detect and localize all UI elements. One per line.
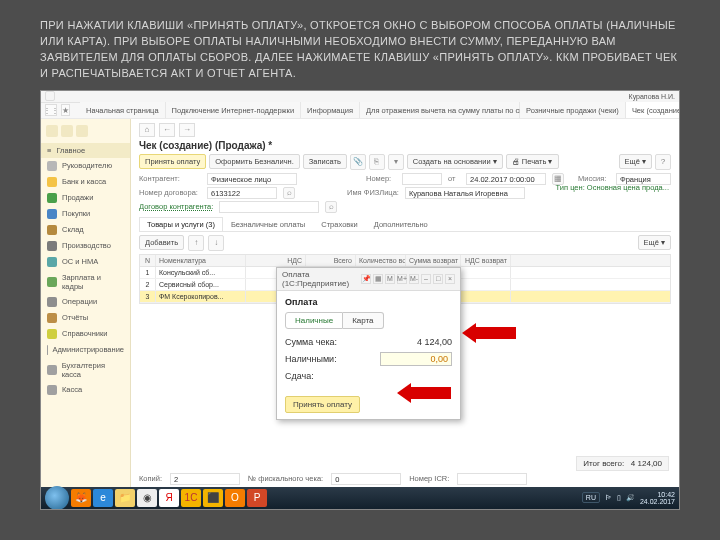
windows-taskbar: 🦊 e 📁 ◉ Я 1C ⬛ O P RU 🏳 ▯ 🔊 10:42 24.02.… bbox=[41, 487, 679, 509]
tab-card[interactable]: Карта bbox=[343, 312, 383, 329]
more-button[interactable]: Ещё ▾ bbox=[619, 154, 652, 169]
sidebar-item[interactable]: Покупки bbox=[41, 206, 130, 222]
sidebar-head-icons bbox=[41, 123, 130, 143]
fwd-icon[interactable]: → bbox=[179, 123, 195, 137]
dogovor-field[interactable] bbox=[219, 201, 319, 213]
yandex-icon[interactable]: Я bbox=[159, 489, 179, 507]
subtab-goods[interactable]: Товары и услуги (3) bbox=[139, 217, 223, 231]
chrome-icon[interactable]: ◉ bbox=[137, 489, 157, 507]
create-based-button[interactable]: Создать на основании ▾ bbox=[407, 154, 503, 169]
date-field[interactable]: 24.02.2017 0:00:00 bbox=[466, 173, 546, 185]
powerpoint-icon[interactable]: P bbox=[247, 489, 267, 507]
modal-accept-button[interactable]: Принять оплату bbox=[285, 396, 360, 413]
tab-fns[interactable]: Для отражения вычета на сумму платы по с… bbox=[360, 102, 520, 118]
firefox-icon[interactable]: 🦊 bbox=[71, 489, 91, 507]
sidebar-item[interactable]: Операции bbox=[41, 294, 130, 310]
contract-search-icon[interactable]: ⌕ bbox=[283, 187, 295, 199]
tab-chek[interactable]: Чек (создание) (Продажа) * bbox=[626, 102, 680, 118]
modal-body: Оплата Наличные Карта Сумма чека: 4 124,… bbox=[277, 291, 460, 419]
outlook-icon[interactable]: O bbox=[225, 489, 245, 507]
contragent-field[interactable]: Физическое лицо bbox=[207, 173, 297, 185]
contract-label: Номер договора: bbox=[139, 188, 201, 197]
app2-icon[interactable]: ⬛ bbox=[203, 489, 223, 507]
add-row-button[interactable]: Добавить bbox=[139, 235, 184, 250]
apps-icon[interactable]: ⋮⋮ bbox=[45, 104, 57, 116]
sidebar-item-label: Руководителю bbox=[62, 161, 112, 170]
sidebar-item[interactable]: Администрирование bbox=[41, 342, 130, 358]
tab-cash[interactable]: Наличные bbox=[285, 312, 343, 329]
tray-flag-icon[interactable]: 🏳 bbox=[605, 494, 612, 501]
nav-buttons: ⌂ ← → bbox=[139, 123, 671, 137]
contract-field[interactable]: 6133122 bbox=[207, 187, 277, 199]
subtab-noncash[interactable]: Безналичные оплаты bbox=[223, 217, 313, 231]
annotation-arrow-1 bbox=[476, 327, 516, 339]
sidebar-item[interactable]: Склад bbox=[41, 222, 130, 238]
subtab-insurance[interactable]: Страховки bbox=[313, 217, 366, 231]
subtab-extra[interactable]: Дополнительно bbox=[366, 217, 436, 231]
sidebar-item[interactable]: Касса bbox=[41, 382, 130, 398]
modal-min-icon[interactable]: – bbox=[421, 274, 431, 284]
cash-label: Наличными: bbox=[285, 354, 337, 364]
sidebar-item[interactable]: Зарплата и кадры bbox=[41, 270, 130, 294]
clock-date: 24.02.2017 bbox=[640, 498, 675, 505]
down-icon[interactable]: ↓ bbox=[208, 235, 224, 251]
sidebar-head-text: Главное bbox=[56, 146, 85, 155]
tray-sound-icon[interactable]: 🔊 bbox=[626, 494, 635, 502]
tab-home[interactable]: Начальная страница bbox=[80, 102, 166, 118]
write-button[interactable]: Записать bbox=[303, 154, 347, 169]
dropdown-icon[interactable]: ▾ bbox=[388, 154, 404, 170]
tab-info[interactable]: Информация bbox=[301, 102, 360, 118]
user-label: Курапова Н.И. bbox=[629, 93, 675, 100]
modal-window-controls: 📌 ▦ M M+ M- – □ × bbox=[361, 274, 455, 284]
fisc-field[interactable]: 0 bbox=[331, 473, 401, 485]
modal-max-icon[interactable]: □ bbox=[433, 274, 443, 284]
copy-icon[interactable]: ⎘ bbox=[369, 154, 385, 170]
start-button[interactable] bbox=[45, 486, 69, 510]
modal-pin-icon[interactable]: 📌 bbox=[361, 274, 371, 284]
print-button[interactable]: 🖨 Печать ▾ bbox=[506, 154, 559, 169]
ie-icon[interactable]: e bbox=[93, 489, 113, 507]
cash-input[interactable] bbox=[380, 352, 452, 366]
sidebar-item[interactable]: Руководителю bbox=[41, 158, 130, 174]
sidebar-item[interactable]: Банк и касса bbox=[41, 174, 130, 190]
tab-retail[interactable]: Розничные продажи (чеки) bbox=[520, 102, 626, 118]
explorer-icon[interactable]: 📁 bbox=[115, 489, 135, 507]
icr-field[interactable] bbox=[457, 473, 527, 485]
copies-field[interactable]: 2 bbox=[170, 473, 240, 485]
home-icon[interactable]: ⌂ bbox=[139, 123, 155, 137]
up-icon[interactable]: ↑ bbox=[188, 235, 204, 251]
modal-m-icon[interactable]: M bbox=[385, 274, 395, 284]
number-label: Номер: bbox=[366, 174, 396, 183]
dogovor-label[interactable]: Договор контрагента: bbox=[139, 202, 213, 211]
modal-mplus-icon[interactable]: M+ bbox=[397, 274, 407, 284]
copies-label: Копий: bbox=[139, 474, 162, 483]
sidebar-item[interactable]: Продажи bbox=[41, 190, 130, 206]
modal-mminus-icon[interactable]: M- bbox=[409, 274, 419, 284]
sidebar-item[interactable]: Отчёты bbox=[41, 310, 130, 326]
sidebar-item[interactable]: Бухгалтерия касса bbox=[41, 358, 130, 382]
modal-tools-icon[interactable]: ▦ bbox=[373, 274, 383, 284]
price-type-link[interactable]: Тип цен: Основная цена прода... bbox=[556, 183, 669, 192]
clock[interactable]: 10:42 24.02.2017 bbox=[640, 491, 675, 505]
grid-toolbar: Добавить ↑ ↓ Ещё ▾ bbox=[139, 235, 671, 251]
noncash-button[interactable]: Оформить Безналичн. bbox=[209, 154, 300, 169]
sidebar-item[interactable]: ОС и НМА bbox=[41, 254, 130, 270]
sidebar-head-label[interactable]: ≡ Главное bbox=[41, 143, 130, 158]
1c-icon[interactable]: 1C bbox=[181, 489, 201, 507]
grid-more-button[interactable]: Ещё ▾ bbox=[638, 235, 671, 250]
sidebar-item[interactable]: Производство bbox=[41, 238, 130, 254]
lang-indicator[interactable]: RU bbox=[582, 492, 600, 503]
sidebar-item[interactable]: Справочники bbox=[41, 326, 130, 342]
help-icon[interactable]: ? bbox=[655, 154, 671, 170]
accept-payment-button[interactable]: Принять оплату bbox=[139, 154, 206, 169]
tray-net-icon[interactable]: ▯ bbox=[617, 494, 621, 502]
attach-icon[interactable]: 📎 bbox=[350, 154, 366, 170]
tab-support[interactable]: Подключение Интернет-поддержки bbox=[166, 102, 302, 118]
modal-close-icon[interactable]: × bbox=[445, 274, 455, 284]
dogovor-search-icon[interactable]: ⌕ bbox=[325, 201, 337, 213]
number-field[interactable] bbox=[402, 173, 442, 185]
sidebar-item-icon bbox=[47, 177, 57, 187]
back-icon[interactable]: ← bbox=[159, 123, 175, 137]
star-icon[interactable]: ★ bbox=[61, 104, 70, 116]
fio-field[interactable]: Курапова Наталья Игоревна bbox=[405, 187, 525, 199]
